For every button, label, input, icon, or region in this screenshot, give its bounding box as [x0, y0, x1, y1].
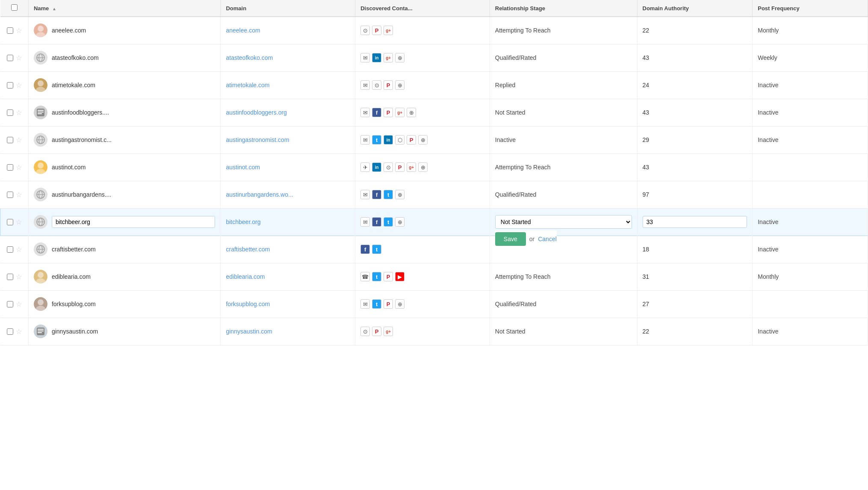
domain-link[interactable]: ginnysaustin.com [226, 328, 350, 335]
camera-icon[interactable]: ⊙ [384, 162, 393, 172]
pinterest-icon[interactable]: P [384, 108, 393, 117]
email-icon[interactable]: ✉ [360, 190, 370, 199]
domain-link[interactable]: austingastronomist.com [226, 136, 350, 143]
social-cell: ✈in⊙Pg+⊕ [355, 153, 490, 181]
favorite-star[interactable]: ☆ [16, 328, 22, 336]
favorite-star[interactable]: ☆ [16, 218, 22, 226]
domain-cell: austinurbangardens.wo... [221, 181, 355, 208]
facebook-icon[interactable]: f [372, 108, 381, 117]
cancel-link[interactable]: Cancel [538, 236, 557, 242]
twitter-icon[interactable]: t [384, 217, 393, 227]
authority-cell[interactable] [637, 208, 753, 236]
domain-link[interactable]: austinot.com [226, 164, 350, 171]
favorite-star[interactable]: ☆ [16, 163, 22, 171]
facebook-icon[interactable]: f [372, 217, 381, 227]
favorite-star[interactable]: ☆ [16, 109, 22, 117]
favorite-star[interactable]: ☆ [16, 245, 22, 254]
twitter-icon[interactable]: t [372, 135, 381, 145]
domain-cell: craftisbetter.com [221, 236, 355, 263]
camera-icon[interactable]: ⊙ [360, 26, 370, 35]
row-checkbox[interactable] [7, 55, 13, 61]
domain-link[interactable]: bitchbeer.org [226, 218, 350, 225]
domain-link[interactable]: aneelee.com [226, 27, 350, 34]
google-plus-icon[interactable]: g+ [384, 26, 393, 35]
name-input[interactable] [52, 216, 216, 228]
domain-link[interactable]: austinurbangardens.wo... [226, 191, 350, 198]
email-icon[interactable]: ✉ [360, 299, 370, 309]
row-checkbox[interactable] [7, 192, 13, 198]
instagram-icon[interactable]: ⬡ [395, 135, 404, 145]
row-checkbox[interactable] [7, 301, 13, 307]
name-sort-icon[interactable]: ▲ [52, 6, 56, 11]
domain-link[interactable]: atimetokale.com [226, 82, 350, 89]
facebook-icon[interactable]: f [372, 190, 381, 199]
row-checkbox[interactable] [7, 164, 13, 171]
row-checkbox[interactable] [7, 27, 13, 34]
relationship-stage-select[interactable]: Not StartedAttempting To ReachRepliedQua… [495, 215, 632, 229]
twitter-icon[interactable]: t [372, 245, 381, 254]
row-checkbox[interactable] [7, 219, 13, 225]
row-checkbox[interactable] [7, 274, 13, 280]
globe-icon[interactable]: ⊕ [395, 190, 404, 199]
domain-link[interactable]: ediblearia.com [226, 273, 350, 280]
globe-icon[interactable]: ⊕ [418, 162, 428, 172]
domain-link[interactable]: craftisbetter.com [226, 246, 350, 253]
pinterest-icon[interactable]: P [384, 299, 393, 309]
youtube-icon[interactable]: ▶ [395, 272, 404, 281]
twitter-icon[interactable]: t [384, 190, 393, 199]
svg-rect-9 [38, 112, 44, 112]
authority-input[interactable] [643, 216, 747, 228]
google-plus-icon[interactable]: g+ [384, 327, 393, 336]
row-checkbox[interactable] [7, 109, 13, 116]
select-all-checkbox[interactable] [11, 4, 18, 11]
linkedin-icon[interactable]: in [372, 53, 381, 62]
twitter-icon[interactable]: t [372, 299, 381, 309]
row-checkbox[interactable] [7, 246, 13, 253]
camera-icon[interactable]: ⊙ [372, 80, 381, 90]
linkedin-icon[interactable]: in [384, 135, 393, 145]
pinterest-icon[interactable]: P [372, 327, 381, 336]
domain-link[interactable]: forksupblog.com [226, 301, 350, 307]
favorite-star[interactable]: ☆ [16, 136, 22, 144]
facebook-icon[interactable]: f [360, 245, 370, 254]
twitter-icon[interactable]: t [372, 272, 381, 281]
favorite-star[interactable]: ☆ [16, 191, 22, 199]
pinterest-icon[interactable]: P [384, 80, 393, 90]
globe-icon[interactable]: ⊕ [407, 108, 416, 117]
favorite-star[interactable]: ☆ [16, 273, 22, 281]
globe-icon[interactable]: ⊕ [418, 135, 428, 145]
email-icon[interactable]: ✉ [360, 135, 370, 145]
email-outline-icon[interactable]: ✉ [360, 80, 370, 90]
email-icon[interactable]: ✉ [360, 217, 370, 227]
camera-icon[interactable]: ⊙ [360, 327, 370, 336]
email-icon[interactable]: ✉ [360, 108, 370, 117]
row-checkbox[interactable] [7, 82, 13, 89]
google-plus-icon[interactable]: g+ [395, 108, 404, 117]
pinterest-icon[interactable]: P [384, 272, 393, 281]
favorite-star[interactable]: ☆ [16, 300, 22, 308]
favorite-star[interactable]: ☆ [16, 54, 22, 62]
row-checkbox[interactable] [7, 328, 13, 335]
email-icon[interactable]: ✉ [360, 53, 370, 62]
favorite-star[interactable]: ☆ [16, 27, 22, 35]
table-row: ☆ ginnysaustin.com ginnysaustin.com ⊙Pg+… [0, 318, 868, 345]
phone-icon[interactable]: ☎ [360, 272, 370, 281]
avatar [34, 325, 47, 338]
google-plus-icon[interactable]: g+ [407, 162, 416, 172]
linkedin-icon[interactable]: in [372, 162, 381, 172]
domain-link[interactable]: austinfoodbloggers.org [226, 109, 350, 116]
save-button[interactable]: Save [495, 232, 526, 246]
pinterest-icon[interactable]: P [407, 135, 416, 145]
globe-icon[interactable]: ⊕ [395, 217, 404, 227]
twitter-outline-icon[interactable]: ✈ [360, 162, 370, 172]
pinterest-icon[interactable]: P [395, 162, 404, 172]
relationship-cell[interactable]: Not StartedAttempting To ReachRepliedQua… [490, 208, 637, 236]
globe-icon[interactable]: ⊕ [395, 53, 404, 62]
globe-icon[interactable]: ⊕ [395, 80, 404, 90]
row-checkbox[interactable] [7, 137, 13, 143]
domain-link[interactable]: atasteofkoko.com [226, 54, 350, 61]
globe-icon[interactable]: ⊕ [395, 299, 404, 309]
google-plus-icon[interactable]: g+ [384, 53, 393, 62]
pinterest-icon[interactable]: P [372, 26, 381, 35]
favorite-star[interactable]: ☆ [16, 81, 22, 89]
